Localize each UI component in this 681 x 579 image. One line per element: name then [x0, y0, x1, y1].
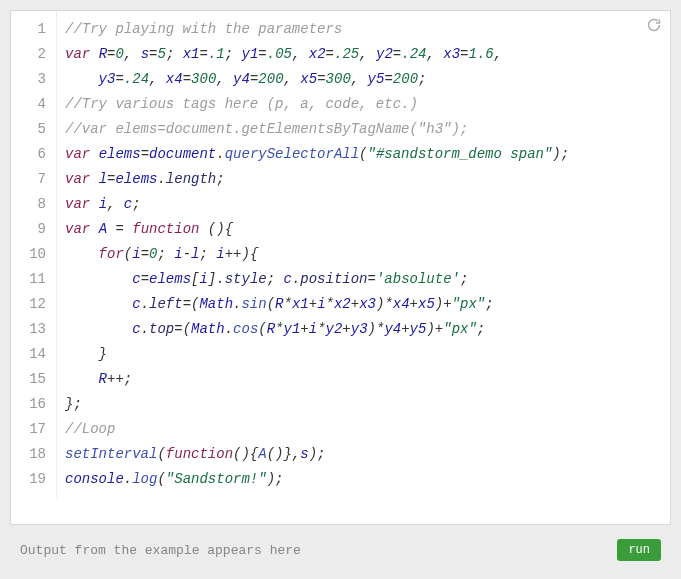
- code-line[interactable]: var i, c;: [65, 192, 662, 217]
- code-playground: 12345678910111213141516171819 //Try play…: [10, 10, 671, 569]
- line-number: 10: [15, 242, 46, 267]
- line-number: 2: [15, 42, 46, 67]
- line-number: 11: [15, 267, 46, 292]
- code-line[interactable]: c=elems[i].style; c.position='absolute';: [65, 267, 662, 292]
- line-number: 15: [15, 367, 46, 392]
- line-number: 7: [15, 167, 46, 192]
- output-placeholder: Output from the example appears here: [20, 543, 301, 558]
- line-number: 5: [15, 117, 46, 142]
- line-number: 19: [15, 467, 46, 492]
- line-number: 16: [15, 392, 46, 417]
- code-line[interactable]: }: [65, 342, 662, 367]
- line-number: 3: [15, 67, 46, 92]
- output-bar: Output from the example appears here run: [10, 531, 671, 569]
- line-number: 4: [15, 92, 46, 117]
- line-number: 6: [15, 142, 46, 167]
- code-line[interactable]: //Try playing with the parameters: [65, 17, 662, 42]
- code-area: 12345678910111213141516171819 //Try play…: [11, 11, 670, 498]
- code-line[interactable]: y3=.24, x4=300, y4=200, x5=300, y5=200;: [65, 67, 662, 92]
- code-line[interactable]: var elems=document.querySelectorAll("#sa…: [65, 142, 662, 167]
- line-number: 8: [15, 192, 46, 217]
- line-number: 1: [15, 17, 46, 42]
- code-line[interactable]: //Loop: [65, 417, 662, 442]
- refresh-icon[interactable]: [646, 17, 662, 33]
- code-line[interactable]: };: [65, 392, 662, 417]
- run-button[interactable]: run: [617, 539, 661, 561]
- code-lines[interactable]: //Try playing with the parametersvar R=0…: [57, 11, 670, 498]
- code-line[interactable]: for(i=0; i-l; i++){: [65, 242, 662, 267]
- code-line[interactable]: var R=0, s=5; x1=.1; y1=.05, x2=.25, y2=…: [65, 42, 662, 67]
- code-line[interactable]: //var elems=document.getElementsByTagNam…: [65, 117, 662, 142]
- line-number: 17: [15, 417, 46, 442]
- code-line[interactable]: c.left=(Math.sin(R*x1+i*x2+x3)*x4+x5)+"p…: [65, 292, 662, 317]
- code-line[interactable]: c.top=(Math.cos(R*y1+i*y2+y3)*y4+y5)+"px…: [65, 317, 662, 342]
- line-number: 12: [15, 292, 46, 317]
- line-number: 13: [15, 317, 46, 342]
- code-line[interactable]: console.log("Sandstorm!");: [65, 467, 662, 492]
- code-line[interactable]: R++;: [65, 367, 662, 392]
- line-number: 9: [15, 217, 46, 242]
- code-line[interactable]: setInterval(function(){A()},s);: [65, 442, 662, 467]
- line-number: 14: [15, 342, 46, 367]
- code-line[interactable]: var A = function (){: [65, 217, 662, 242]
- code-editor[interactable]: 12345678910111213141516171819 //Try play…: [10, 10, 671, 525]
- code-line[interactable]: //Try various tags here (p, a, code, etc…: [65, 92, 662, 117]
- code-line[interactable]: var l=elems.length;: [65, 167, 662, 192]
- line-gutter: 12345678910111213141516171819: [11, 11, 57, 498]
- line-number: 18: [15, 442, 46, 467]
